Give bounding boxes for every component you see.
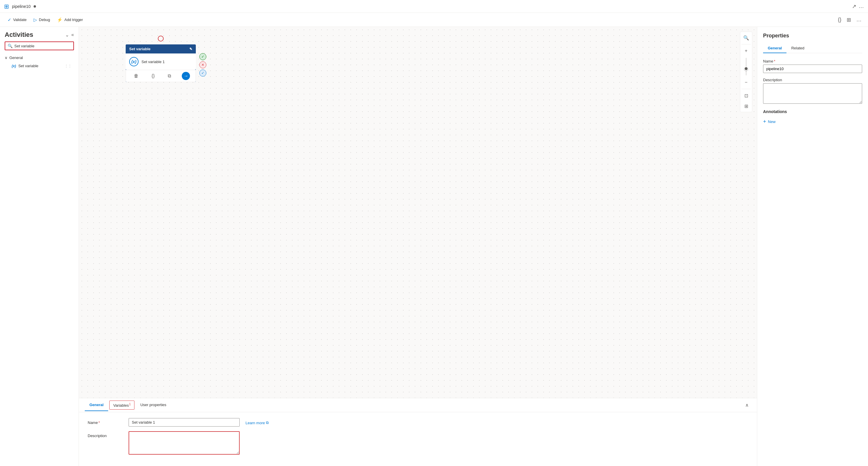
hide-sidebar-icon[interactable]: « bbox=[71, 32, 74, 38]
trigger-icon: ⚡ bbox=[57, 17, 63, 23]
bottom-panel-tabs: General Variables1 User properties ∧ bbox=[79, 398, 757, 412]
delete-activity-button[interactable]: 🗑 bbox=[131, 72, 141, 80]
debug-icon: ▷ bbox=[34, 17, 37, 23]
sidebar-title: Activities bbox=[5, 31, 33, 38]
code-activity-button[interactable]: {} bbox=[149, 72, 157, 80]
tab-general[interactable]: General bbox=[85, 399, 108, 411]
activity-card-body: (x) Set variable 1 bbox=[126, 54, 196, 70]
fit-view-button[interactable]: ⊡ bbox=[741, 91, 751, 100]
next-activity-button[interactable]: → bbox=[182, 72, 190, 80]
description-form-row: Description bbox=[88, 431, 748, 456]
activity-body-icon: (x) bbox=[129, 57, 138, 66]
zoom-slider[interactable] bbox=[741, 57, 751, 76]
props-annotations-label: Annotations bbox=[763, 109, 862, 114]
bottom-panel-content: Name* Learn more ⧉ Description bbox=[79, 412, 757, 466]
search-canvas-button[interactable]: 🔍 bbox=[741, 33, 751, 42]
activity-edit-icon[interactable]: ✎ bbox=[189, 47, 192, 51]
tab-variables[interactable]: Variables1 bbox=[109, 401, 134, 410]
name-label: Name* bbox=[88, 418, 123, 425]
grid-view-button[interactable]: ⊞ bbox=[845, 15, 853, 24]
learn-more-link[interactable]: Learn more ⧉ bbox=[246, 418, 269, 425]
sidebar-header: Activities ⌄ « bbox=[0, 27, 79, 41]
more-icon[interactable]: … bbox=[859, 3, 864, 10]
activity-card[interactable]: Set variable ✎ (x) Set variable 1 🗑 {} ⧉… bbox=[126, 44, 196, 82]
name-control bbox=[129, 418, 240, 427]
collapse-panel-button[interactable]: ∧ bbox=[743, 401, 751, 409]
name-input[interactable] bbox=[129, 418, 240, 427]
activity-header-label: Set variable bbox=[129, 47, 151, 51]
properties-panel: Properties General Related Name* Descrip… bbox=[757, 27, 868, 466]
add-annotation-button[interactable]: + New bbox=[763, 118, 776, 126]
validate-button[interactable]: ✓ Validate bbox=[5, 15, 30, 24]
collapse-icon[interactable]: ⌄ bbox=[65, 32, 69, 38]
external-link-icon: ⧉ bbox=[266, 421, 269, 425]
canvas-background bbox=[79, 27, 757, 398]
search-box[interactable]: 🔍 bbox=[5, 41, 74, 50]
code-view-button[interactable]: {} bbox=[836, 15, 843, 24]
zoom-out-button[interactable]: − bbox=[741, 78, 751, 87]
slider-thumb[interactable] bbox=[744, 67, 748, 71]
canvas-main[interactable]: Set variable ✎ (x) Set variable 1 🗑 {} ⧉… bbox=[79, 27, 757, 398]
copy-activity-button[interactable]: ⧉ bbox=[165, 72, 173, 80]
app-icon: ⊞ bbox=[4, 3, 9, 10]
activity-node[interactable]: Set variable ✎ (x) Set variable 1 🗑 {} ⧉… bbox=[126, 44, 196, 82]
slider-track bbox=[746, 58, 746, 75]
unsaved-indicator bbox=[34, 5, 36, 8]
complete-btn[interactable]: ✓ bbox=[199, 69, 206, 76]
activities-sidebar: Activities ⌄ « 🔍 ∨ General (x) Set varia… bbox=[0, 27, 79, 466]
tab-user-properties[interactable]: User properties bbox=[135, 399, 171, 411]
props-description-textarea[interactable] bbox=[763, 83, 862, 104]
command-bar: ✓ Validate ▷ Debug ⚡ Add trigger {} ⊞ … bbox=[0, 13, 868, 27]
search-icon: 🔍 bbox=[8, 43, 12, 48]
properties-tabs: General Related bbox=[763, 43, 862, 53]
props-name-input[interactable] bbox=[763, 65, 862, 73]
start-dot bbox=[158, 36, 164, 41]
sidebar-item-label: Set variable bbox=[19, 64, 38, 68]
activity-body-label: Set variable 1 bbox=[142, 60, 165, 64]
validate-icon: ✓ bbox=[8, 17, 11, 23]
tab-variables-label: Variables bbox=[113, 403, 129, 408]
more-options-button[interactable]: … bbox=[855, 15, 863, 24]
debug-button[interactable]: ▷ Debug bbox=[31, 15, 53, 24]
add-trigger-button[interactable]: ⚡ Add trigger bbox=[54, 15, 86, 24]
success-btn[interactable]: ✓ bbox=[199, 53, 206, 60]
description-label: Description bbox=[88, 431, 123, 438]
props-description-label: Description bbox=[763, 78, 862, 82]
sidebar-actions: ⌄ « bbox=[65, 32, 74, 38]
divider bbox=[741, 44, 751, 44]
command-bar-right: {} ⊞ … bbox=[836, 15, 863, 24]
title-actions: ↗ … bbox=[852, 3, 864, 10]
search-input[interactable] bbox=[14, 44, 71, 48]
pipeline-name: pipeline10 bbox=[12, 4, 31, 9]
node-side-actions: ✓ ✕ ✓ bbox=[199, 53, 206, 76]
props-name-label: Name* bbox=[763, 59, 862, 63]
sidebar-section-general[interactable]: ∨ General bbox=[0, 54, 79, 62]
canvas-tools: 🔍 + − ⊡ ⊞ bbox=[740, 32, 752, 112]
section-label: General bbox=[9, 56, 23, 60]
name-form-row: Name* Learn more ⧉ bbox=[88, 418, 748, 427]
fail-btn[interactable]: ✕ bbox=[199, 61, 206, 68]
canvas-area: Set variable ✎ (x) Set variable 1 🗑 {} ⧉… bbox=[79, 27, 757, 466]
props-tab-general[interactable]: General bbox=[763, 43, 786, 53]
layout-button[interactable]: ⊞ bbox=[741, 101, 751, 111]
main-layout: Activities ⌄ « 🔍 ∨ General (x) Set varia… bbox=[0, 27, 868, 466]
bottom-panel: General Variables1 User properties ∧ Nam… bbox=[79, 398, 757, 466]
drag-handle-icon: ⋮⋮ bbox=[65, 64, 71, 68]
properties-title: Properties bbox=[763, 33, 862, 39]
activity-card-header: Set variable ✎ bbox=[126, 44, 196, 54]
description-textarea[interactable] bbox=[129, 431, 240, 455]
plus-icon: + bbox=[763, 119, 766, 125]
activity-actions: 🗑 {} ⧉ → bbox=[126, 70, 196, 82]
title-bar: ⊞ pipeline10 ↗ … bbox=[0, 0, 868, 13]
zoom-in-button[interactable]: + bbox=[741, 46, 751, 56]
props-tab-related[interactable]: Related bbox=[786, 43, 809, 53]
expand-icon[interactable]: ↗ bbox=[852, 3, 856, 10]
sidebar-item-set-variable[interactable]: (x) Set variable ⋮⋮ bbox=[2, 62, 76, 70]
section-chevron-icon: ∨ bbox=[5, 56, 8, 60]
description-control bbox=[129, 431, 240, 456]
set-variable-icon: (x) bbox=[12, 64, 16, 68]
